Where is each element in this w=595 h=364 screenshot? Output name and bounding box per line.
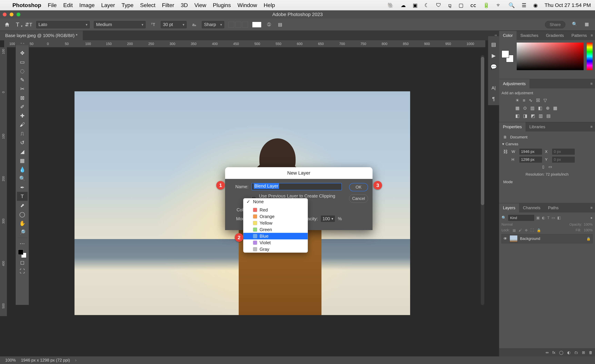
paragraph-panel-icon[interactable]: ¶ [492, 96, 495, 102]
align-right-icon[interactable] [242, 22, 248, 28]
menu-select[interactable]: Select [140, 2, 155, 8]
home-icon[interactable] [4, 22, 10, 28]
color-option-blue[interactable]: Blue [243, 233, 308, 239]
lock-paint-icon[interactable]: 🖌 [519, 228, 522, 232]
status-chevron-icon[interactable]: › [75, 358, 77, 363]
eyedropper-tool-icon[interactable]: ✐ [17, 102, 28, 111]
pen-tool-icon[interactable]: ✒ [17, 183, 28, 192]
scrollbar-thumb[interactable] [481, 57, 484, 205]
vibrance-icon[interactable]: ▽ [543, 98, 547, 103]
menubar-elephant-icon[interactable]: 🐘 [387, 2, 394, 8]
tab-gradients[interactable]: Gradients [542, 31, 567, 40]
char-panel-icon[interactable]: A| [491, 85, 496, 91]
blur-tool-icon[interactable]: 💧 [17, 165, 28, 174]
panel-menu-icon[interactable]: ≡ [590, 206, 595, 210]
menu-window[interactable]: Window [237, 2, 257, 8]
fx-icon[interactable]: fx [552, 350, 555, 355]
blend-mode-dropdown[interactable]: Normal [502, 223, 567, 226]
antialias-dropdown[interactable]: Sharp ▾ [202, 21, 224, 28]
layer-thumbnail[interactable] [510, 235, 517, 242]
tab-channels[interactable]: Channels [519, 203, 544, 212]
panel-menu-icon[interactable]: ≡ [591, 33, 595, 38]
tab-color[interactable]: Color [499, 31, 517, 40]
filter-toggle-icon[interactable]: ● [590, 216, 593, 220]
lock-position-icon[interactable]: ✥ [525, 228, 528, 232]
menu-image[interactable]: Image [79, 2, 95, 8]
levels-icon[interactable]: ≡ [523, 98, 525, 103]
color-lookup-icon[interactable]: ▦ [553, 105, 557, 111]
menu-filter[interactable]: Filter [162, 2, 174, 8]
canvas-scrollbar[interactable] [481, 55, 484, 305]
healing-tool-icon[interactable]: ✚ [17, 111, 28, 120]
edit-toolbar-icon[interactable]: ⋯ [17, 239, 28, 248]
color-option-green[interactable]: Green [243, 226, 308, 233]
align-left-icon[interactable] [228, 22, 234, 28]
close-window-icon[interactable] [3, 13, 7, 16]
height-field[interactable] [519, 157, 542, 162]
quickmask-icon[interactable]: ◻ [17, 258, 28, 267]
lock-artboard-icon[interactable]: ⛶ [531, 228, 534, 232]
posterize-icon[interactable]: ◨ [523, 113, 527, 119]
text-orientation-icon[interactable]: ⇵T [25, 21, 32, 28]
color-fgbg-swatch[interactable] [502, 50, 514, 62]
layer-row-background[interactable]: 👁 Background 🔒 [502, 234, 593, 243]
move-tool-icon[interactable]: ✥ [17, 49, 28, 57]
menubar-bluetooth-icon[interactable]: ⚼ [448, 2, 452, 8]
opacity-input[interactable]: 100 ▾ [321, 216, 335, 222]
menu-3d[interactable]: 3D [181, 2, 188, 8]
hand-tool-icon[interactable]: ✋ [17, 219, 28, 228]
curves-icon[interactable]: ∿ [529, 98, 532, 103]
history-panel-icon[interactable]: ▤ [491, 41, 496, 47]
threshold-icon[interactable]: ◩ [531, 113, 535, 119]
tab-patterns[interactable]: Patterns [567, 31, 590, 40]
document-info[interactable]: 1946 px x 1298 px (72 ppi) [21, 358, 70, 363]
share-button[interactable]: Share [545, 21, 565, 28]
menubar-battery-icon[interactable]: 🔋 [483, 2, 489, 8]
menubar-cc-icon[interactable]: ᴄᴄ [470, 2, 476, 8]
menu-plugins[interactable]: Plugins [213, 2, 231, 8]
cancel-button[interactable]: Cancel [349, 194, 368, 203]
filter-image-icon[interactable]: ▣ [536, 216, 540, 220]
hue-slider[interactable] [587, 42, 593, 70]
fill-value[interactable]: 100% [584, 228, 593, 232]
minimize-window-icon[interactable] [10, 13, 14, 16]
history-brush-tool-icon[interactable]: ↺ [17, 138, 28, 147]
tab-properties[interactable]: Properties [499, 122, 525, 132]
workspace-switcher-icon[interactable]: ▦ [585, 21, 591, 28]
color-option-gray[interactable]: Gray [243, 246, 308, 252]
tab-layers[interactable]: Layers [499, 203, 519, 212]
type-tool-icon[interactable]: T [17, 192, 28, 201]
delete-icon[interactable]: 🗑 [589, 350, 593, 355]
character-panel-icon[interactable]: ▤ [277, 21, 283, 28]
color-field[interactable] [517, 42, 584, 70]
brush-tool-icon[interactable]: 🖌 [17, 120, 28, 129]
menubar-control-center-icon[interactable]: ☰ [522, 2, 526, 8]
adjustment-layer-icon[interactable]: ◐ [567, 350, 571, 355]
filter-adjust-icon[interactable]: ◐ [542, 216, 545, 220]
menu-file[interactable]: File [48, 2, 57, 8]
type-tool-preset-icon[interactable]: T▾ [14, 21, 21, 28]
lasso-tool-icon[interactable]: ◌ [17, 66, 28, 75]
link-wh-icon[interactable]: ⛓ [503, 149, 508, 154]
fg-bg-color[interactable] [18, 250, 26, 258]
invert-icon[interactable]: ◧ [515, 113, 520, 119]
search-icon[interactable]: 🔍 [572, 21, 578, 28]
menubar-wifi-icon[interactable]: ᯤ [496, 2, 502, 8]
menubar-av-icon[interactable]: 🛡︎ [436, 2, 441, 8]
color-option-orange[interactable]: Orange [243, 213, 308, 220]
document-tab[interactable]: Base layer.jpeg @ 100% (RGB/8#) * [0, 31, 83, 40]
shape-tool-icon[interactable]: ◯ [17, 210, 28, 219]
app-name[interactable]: Photoshop [12, 2, 41, 8]
menu-view[interactable]: View [194, 2, 206, 8]
visibility-icon[interactable]: 👁 [503, 237, 507, 241]
quick-select-tool-icon[interactable]: ✎ [17, 75, 28, 84]
text-color-swatch[interactable] [252, 22, 262, 28]
disclosure-icon[interactable]: ▾ [502, 142, 504, 146]
menubar-camera-icon[interactable]: ▣ [413, 2, 418, 8]
stamp-tool-icon[interactable]: ⎍ [17, 129, 28, 138]
menubar-moon-icon[interactable]: ☾ [425, 2, 429, 8]
channel-mixer-icon[interactable]: ⊕ [546, 105, 550, 111]
filter-search-icon[interactable]: 🔍 [502, 216, 506, 220]
eraser-tool-icon[interactable]: ◢ [17, 147, 28, 156]
color-option-none[interactable]: ✓ None [243, 198, 308, 205]
